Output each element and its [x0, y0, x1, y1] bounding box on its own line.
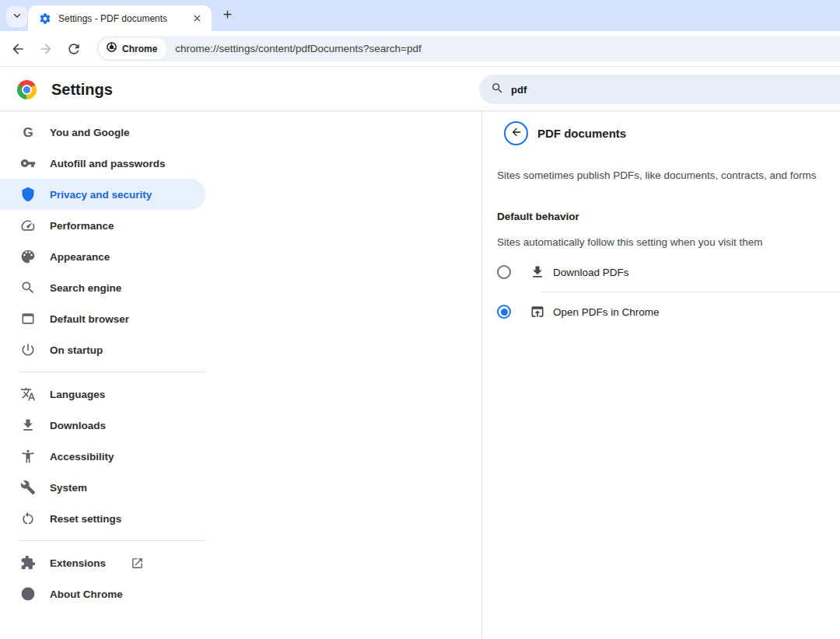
sidebar-item-default-browser[interactable]: Default browser: [0, 303, 205, 334]
sidebar-item-search-engine[interactable]: Search engine: [0, 272, 205, 303]
settings-gear-favicon-icon: [39, 12, 51, 25]
search-icon: [491, 82, 504, 98]
section-subtitle: Sites automatically follow this setting …: [497, 236, 840, 248]
sidebar-item-system[interactable]: System: [0, 472, 205, 503]
sidebar-item-languages[interactable]: Languages: [0, 379, 205, 410]
page-title: Settings: [51, 80, 113, 98]
external-link-icon: [131, 557, 144, 570]
sidebar-item-label: Extensions: [50, 557, 106, 569]
key-icon: [20, 155, 36, 171]
speedometer-icon: [20, 218, 36, 233]
sidebar-item-label: Default browser: [50, 313, 129, 325]
download-icon: [530, 264, 545, 280]
address-bar[interactable]: Chrome: [96, 36, 840, 61]
palette-icon: [20, 249, 36, 264]
intro-text: Sites sometimes publish PDFs, like docum…: [497, 169, 840, 181]
sidebar-item-reset-settings[interactable]: Reset settings: [0, 503, 205, 534]
sidebar-item-you-and-google[interactable]: G You and Google: [0, 117, 205, 148]
option-download-pdfs[interactable]: Download PDFs: [497, 253, 840, 292]
translate-icon: [20, 386, 36, 402]
browser-window-icon: [20, 311, 36, 326]
reload-icon[interactable]: [66, 41, 82, 57]
default-behavior-options: Download PDFs Open PDFs in Chrome: [497, 253, 840, 331]
back-button[interactable]: [504, 121, 528, 145]
radio-selected[interactable]: [497, 305, 511, 319]
sidebar-item-label: About Chrome: [50, 588, 123, 600]
sidebar-item-label: You and Google: [50, 127, 130, 138]
shield-icon: [20, 187, 36, 202]
sidebar-divider: [19, 372, 206, 372]
sidebar-item-label: Autofill and passwords: [50, 158, 166, 169]
settings-content: PDF documents Sites sometimes publish PD…: [482, 110, 840, 639]
url-input[interactable]: [175, 43, 840, 54]
sidebar-item-label: Privacy and security: [50, 189, 152, 201]
tab-search-button[interactable]: [6, 6, 27, 27]
sidebar-item-label: Reset settings: [50, 513, 121, 525]
section-title: Default behavior: [497, 211, 840, 222]
sidebar-item-label: Languages: [50, 389, 105, 400]
settings-search-input[interactable]: [511, 84, 744, 96]
settings-header: Settings: [0, 68, 840, 110]
sidebar-item-downloads[interactable]: Downloads: [0, 410, 205, 441]
chevron-down-icon: [12, 10, 23, 24]
tab-close-icon[interactable]: [190, 12, 204, 26]
sidebar-item-performance[interactable]: Performance: [0, 210, 205, 241]
chrome-chip-label: Chrome: [122, 44, 157, 54]
reset-arrow-icon: [20, 511, 36, 526]
tab-title: Settings - PDF documents: [58, 13, 190, 24]
tab-strip: Settings - PDF documents: [0, 0, 840, 31]
puzzle-piece-icon: [20, 555, 36, 571]
plus-icon: [222, 9, 233, 23]
google-g-icon: G: [20, 124, 36, 140]
wrench-icon: [20, 480, 36, 495]
sidebar-item-on-startup[interactable]: On startup: [0, 334, 205, 365]
chrome-logo-mono-icon: [20, 586, 36, 602]
option-open-pdfs-in-chrome[interactable]: Open PDFs in Chrome: [497, 292, 840, 331]
chrome-logo-mono-icon: [106, 41, 117, 56]
radio-unselected[interactable]: [497, 265, 511, 279]
sidebar-item-label: Downloads: [50, 420, 106, 431]
chrome-site-chip[interactable]: Chrome: [99, 38, 166, 59]
settings-sidebar: G You and Google Autofill and passwords …: [0, 110, 482, 639]
sidebar-item-appearance[interactable]: Appearance: [0, 241, 205, 272]
option-label: Download PDFs: [553, 267, 629, 278]
browser-toolbar: Chrome: [0, 31, 840, 67]
sidebar-item-label: System: [50, 482, 87, 494]
browser-tab[interactable]: Settings - PDF documents: [28, 5, 212, 31]
sidebar-item-label: On startup: [50, 344, 103, 356]
back-icon[interactable]: [10, 41, 26, 57]
sidebar-item-label: Performance: [50, 220, 114, 232]
accessibility-person-icon: [20, 449, 36, 464]
settings-search-box[interactable]: [479, 75, 840, 104]
download-icon: [20, 417, 36, 433]
sidebar-item-about-chrome[interactable]: About Chrome: [0, 578, 205, 609]
arrow-left-icon: [510, 126, 523, 141]
sidebar-divider: [19, 540, 206, 541]
sidebar-item-label: Appearance: [50, 251, 110, 263]
chrome-logo-icon: [17, 80, 37, 100]
subpage-title: PDF documents: [537, 127, 626, 140]
sidebar-item-label: Search engine: [50, 282, 121, 294]
forward-icon[interactable]: [38, 41, 54, 57]
new-tab-button[interactable]: [220, 9, 235, 23]
main-area: G You and Google Autofill and passwords …: [0, 110, 840, 639]
sidebar-item-autofill[interactable]: Autofill and passwords: [0, 148, 205, 179]
sidebar-item-extensions[interactable]: Extensions: [0, 547, 205, 578]
sidebar-item-label: Accessibility: [50, 451, 114, 463]
sidebar-item-privacy-and-security[interactable]: Privacy and security: [0, 179, 205, 210]
option-label: Open PDFs in Chrome: [553, 306, 660, 318]
power-icon: [20, 342, 36, 358]
open-in-browser-icon: [530, 304, 545, 320]
magnifier-icon: [20, 280, 36, 295]
sidebar-item-accessibility[interactable]: Accessibility: [0, 441, 205, 472]
